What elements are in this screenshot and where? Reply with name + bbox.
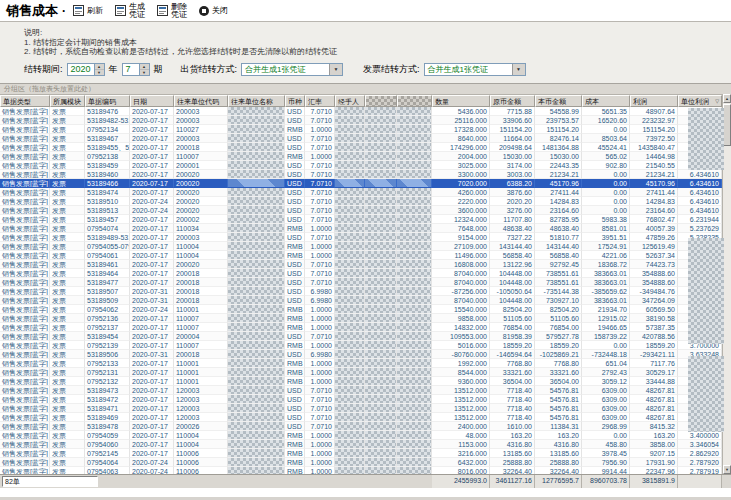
year-stepper-arrows[interactable]: ▲▼: [94, 64, 104, 75]
table-row[interactable]: 销售发票[蓝字]发票531895132020-07-24200020USD7.0…: [0, 206, 722, 215]
column-header-doc_no[interactable]: 单据编码: [85, 95, 130, 107]
table-row[interactable]: 销售发票[蓝字]发票531894602020-07-17200020USD7.0…: [0, 170, 722, 179]
table-row[interactable]: 销售发票[蓝字]发票07954055-07952020-07-17110004R…: [0, 242, 722, 251]
month-stepper[interactable]: 7 ▲▼: [122, 63, 150, 76]
table-row[interactable]: 销售发票[蓝字]发票531895092020-07-31200018USD6.9…: [0, 296, 722, 305]
table-row[interactable]: 销售发票[蓝字]发票531895072020-07-31200018USD6.9…: [0, 287, 722, 296]
table-row[interactable]: 销售发票[蓝字]发票079521342020-07-17110027RMB1.0…: [0, 125, 722, 134]
cell-auditor: [397, 395, 432, 404]
table-row[interactable]: 销售发票[蓝字]发票079540642020-07-24110006RMB1.0…: [0, 458, 722, 467]
cell-base_amount: 54576.81: [535, 386, 582, 395]
table-row[interactable]: 销售发票[蓝字]发票079540602020-07-17110004RMB1.0…: [0, 440, 722, 449]
table-row[interactable]: 销售发票[蓝字]发票531894672020-07-17200003USD7.0…: [0, 134, 722, 143]
cell-doc_no: 07952136: [85, 314, 130, 323]
column-header-module[interactable]: 所属模块: [50, 95, 85, 107]
column-header-profit[interactable]: 利润: [630, 95, 678, 107]
table-row[interactable]: 销售发票[蓝字]发票531894772020-07-17200018USD7.0…: [0, 278, 722, 287]
table-row[interactable]: 销售发票[蓝字]发票079521312020-07-17110001RMB1.0…: [0, 368, 722, 377]
table-row[interactable]: 销售发票[蓝字]发票531894712020-07-17120003USD7.0…: [0, 404, 722, 413]
cell-date: 2020-07-17: [130, 260, 174, 269]
table-row[interactable]: 销售发票[蓝字]发票079540742020-07-17110034RMB1.0…: [0, 224, 722, 233]
chevron-down-icon[interactable]: ▼: [512, 64, 525, 75]
table-row[interactable]: 销售发票[蓝字]发票531894592020-07-17200001USD7.0…: [0, 161, 722, 170]
column-header-date[interactable]: 日期: [130, 95, 174, 107]
table-row[interactable]: 销售发票[蓝字]发票531894662020-07-17200020USD7.0…: [0, 179, 722, 188]
cell-rate: 1.0000: [305, 449, 335, 458]
table-row[interactable]: 销售发票[蓝字]发票53189489-53182020-07-17200003U…: [0, 233, 722, 242]
cell-base_amount: 45170.96: [535, 179, 582, 188]
cell-currency: RMB: [285, 125, 305, 134]
cell-orig_amount: 82504.20: [490, 305, 535, 314]
cell-currency: RMB: [285, 440, 305, 449]
table-row[interactable]: 销售发票[蓝字]发票079540612020-07-17110004RMB1.0…: [0, 251, 722, 260]
table-row[interactable]: 销售发票[蓝字]发票531894782020-07-17200026USD7.0…: [0, 422, 722, 431]
column-header-maker[interactable]: [365, 95, 397, 107]
table-row[interactable]: 销售发票[蓝字]发票531894612020-07-17200020USD7.0…: [0, 260, 722, 269]
cell-module: 发票: [50, 431, 85, 440]
table-row[interactable]: 销售发票[蓝字]发票531894642020-07-17200018USD7.0…: [0, 269, 722, 278]
down-arrow-icon[interactable]: ▼: [95, 70, 104, 75]
column-header-qty[interactable]: 数量: [432, 95, 490, 107]
table-row[interactable]: 销售发票[蓝字]发票53189455、5312020-07-17200018US…: [0, 143, 722, 152]
scroll-up-icon[interactable]: ▲: [723, 94, 731, 103]
month-stepper-arrows[interactable]: ▲▼: [139, 64, 149, 75]
table-row[interactable]: 销售发票[蓝字]发票079540622020-07-24110001RMB1.0…: [0, 305, 722, 314]
table-row[interactable]: 销售发票[蓝字]发票079521332020-07-17110001RMB1.0…: [0, 359, 722, 368]
delete-voucher-button[interactable]: 删除 凭证: [157, 3, 187, 19]
year-stepper[interactable]: 2020 ▲▼: [67, 63, 105, 76]
column-header-unit_profit[interactable]: 单位利润▽: [678, 95, 722, 107]
ship-method-select[interactable]: 合并生成1张凭证 ▼: [241, 63, 343, 76]
cell-doc_type: 销售发票[蓝字]: [0, 395, 50, 404]
table-row[interactable]: 销售发票[蓝字]发票53189482-53182020-07-17200003U…: [0, 116, 722, 125]
column-header-rate[interactable]: 汇率: [305, 95, 335, 107]
table-row[interactable]: 销售发票[蓝字]发票079521382020-07-17110007RMB1.0…: [0, 152, 722, 161]
cell-doc_no: 53189476: [85, 107, 130, 116]
column-header-orig_amount[interactable]: 原币金额: [490, 95, 535, 107]
table-row[interactable]: 销售发票[蓝字]发票079521362020-07-17110007RMB1.0…: [0, 314, 722, 323]
table-row[interactable]: 销售发票[蓝字]发票531895062020-07-31200018USD6.9…: [0, 350, 722, 359]
column-header-auditor[interactable]: [397, 95, 432, 107]
group-by-bar[interactable]: 分组区（拖放表头放置此处）: [0, 84, 731, 95]
table-row[interactable]: 销售发票[蓝字]发票531894692020-07-17120003USD7.0…: [0, 413, 722, 422]
cell-doc_no: 53189482-5318: [85, 116, 130, 125]
column-header-doc_type[interactable]: 单据类型: [0, 95, 50, 107]
table-row[interactable]: 销售发票[蓝字]发票531894542020-07-17200004USD7.0…: [0, 332, 722, 341]
table-row[interactable]: 销售发票[蓝字]发票531894742020-07-17200020USD7.0…: [0, 188, 722, 197]
scroll-down-icon[interactable]: ▼: [723, 465, 731, 474]
cell-currency: USD: [285, 287, 305, 296]
cell-rate: 6.9980: [305, 287, 335, 296]
refresh-button[interactable]: 刷新: [73, 5, 103, 16]
column-header-partner_code[interactable]: 往来单位代码: [174, 95, 228, 107]
table-row[interactable]: 销售发票[蓝字]发票531894572020-07-17200002USD7.0…: [0, 215, 722, 224]
down-arrow-icon[interactable]: ▼: [140, 70, 149, 75]
cell-base_amount: 54576.81: [535, 404, 582, 413]
table-row[interactable]: 销售发票[蓝字]发票531894732020-07-17120003USD7.0…: [0, 386, 722, 395]
column-header-cost[interactable]: 成本: [582, 95, 630, 107]
scrollbar-thumb[interactable]: [723, 104, 731, 146]
cell-partner_name: [228, 341, 285, 350]
cell-auditor: [397, 305, 432, 314]
invoice-method-select[interactable]: 合并生成1张凭证 ▼: [424, 63, 526, 76]
table-row[interactable]: 销售发票[蓝字]发票531895102020-07-24200020USD7.0…: [0, 197, 722, 206]
chevron-down-icon[interactable]: ▼: [329, 64, 342, 75]
cell-profit: 74423.73: [630, 260, 678, 269]
table-row[interactable]: 销售发票[蓝字]发票079521322020-07-17110001RMB1.0…: [0, 377, 722, 386]
cell-auditor: [397, 422, 432, 431]
table-row[interactable]: 销售发票[蓝字]发票079521452020-07-17110006RMB1.0…: [0, 449, 722, 458]
cell-unit_profit: 5.237629: [678, 224, 722, 233]
generate-voucher-button[interactable]: 生成 凭证: [115, 3, 145, 19]
cell-date: 2020-07-31: [130, 287, 174, 296]
cell-doc_no: 53189478: [85, 422, 130, 431]
table-row[interactable]: 销售发票[蓝字]发票531894762020-07-17200003USD7.0…: [0, 107, 722, 116]
column-header-currency[interactable]: 币种: [285, 95, 305, 107]
cell-currency: RMB: [285, 449, 305, 458]
table-row[interactable]: 销售发票[蓝字]发票079540592020-07-17110004RMB1.0…: [0, 431, 722, 440]
cell-maker: [365, 260, 397, 269]
column-header-base_amount[interactable]: 本币金额: [535, 95, 582, 107]
table-row[interactable]: 销售发票[蓝字]发票531894722020-07-17120003USD7.0…: [0, 395, 722, 404]
table-row[interactable]: 销售发票[蓝字]发票079521392020-07-17110007RMB1.0…: [0, 341, 722, 350]
column-header-handler[interactable]: 经手人: [335, 95, 365, 107]
column-header-partner_name[interactable]: 往来单位名称: [228, 95, 285, 107]
close-button[interactable]: 关闭: [199, 6, 228, 16]
table-row[interactable]: 销售发票[蓝字]发票079521372020-07-17110007RMB1.0…: [0, 323, 722, 332]
